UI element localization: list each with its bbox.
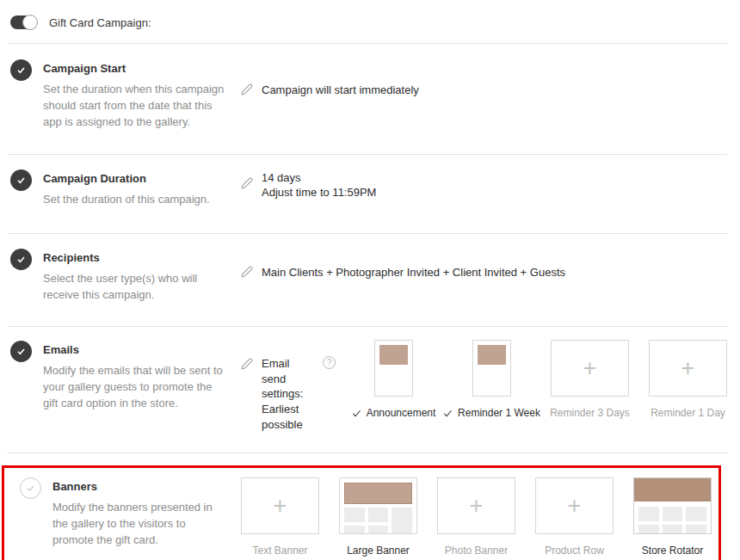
section-description: Modify the emails that will be sent to y…	[43, 363, 229, 412]
campaign-toggle-row: Gift Card Campaign:	[7, 0, 727, 43]
gift-card-campaign-toggle[interactable]	[10, 15, 37, 29]
add-banner-button[interactable]: +	[241, 477, 319, 534]
banner-large-banner: Large Banner	[339, 477, 417, 557]
section-title: Campaign Duration	[43, 169, 229, 185]
banner-label[interactable]: Store Rotator	[642, 545, 703, 557]
plus-icon: +	[583, 355, 597, 382]
email-template-reminder-1-day: + Reminder 1 Day	[649, 340, 727, 419]
email-template-label[interactable]: Announcement	[352, 407, 436, 419]
edit-pencil-icon[interactable]	[241, 265, 254, 278]
email-thumbnail[interactable]	[472, 340, 511, 397]
banner-label[interactable]: Product Row	[545, 545, 604, 557]
step-complete-icon	[10, 341, 32, 362]
section-campaign-start: Campaign Start Set the duration when thi…	[7, 44, 727, 154]
plus-icon: +	[568, 493, 582, 520]
campaign-toggle-label: Gift Card Campaign:	[49, 16, 151, 29]
section-emails: Emails Modify the emails that will be se…	[7, 327, 727, 452]
banner-photo-banner: + Photo Banner	[437, 477, 515, 557]
banner-label[interactable]: Text Banner	[252, 545, 307, 557]
section-title: Banners	[52, 477, 226, 493]
edit-pencil-icon[interactable]	[241, 176, 254, 189]
step-complete-icon	[10, 249, 32, 270]
banners-highlight-box: Banners Modify the banners presented in …	[2, 465, 721, 560]
email-template-announcement: Announcement	[355, 340, 433, 419]
recipients-value: Main Clients + Photographer Invited + Cl…	[262, 265, 565, 280]
plus-icon: +	[274, 493, 287, 520]
email-template-label[interactable]: Reminder 1 Week	[443, 407, 540, 419]
edit-pencil-icon[interactable]	[241, 83, 254, 95]
add-banner-button[interactable]: +	[535, 477, 614, 534]
check-icon	[352, 409, 361, 418]
banner-templates-row: + Text Banner Large Banner +	[241, 477, 712, 557]
edit-pencil-icon[interactable]	[241, 357, 254, 432]
section-title: Campaign Start	[43, 58, 229, 75]
banner-label[interactable]: Large Banner	[347, 545, 410, 557]
campaign-duration-adjust: Adjust time to 11:59PM	[262, 185, 376, 200]
section-description: Select the user type(s) who will receive…	[43, 271, 229, 304]
email-template-label[interactable]: Reminder 1 Day	[651, 407, 725, 419]
add-email-button[interactable]: +	[649, 340, 727, 397]
banner-label[interactable]: Photo Banner	[445, 545, 508, 557]
email-thumbnail[interactable]	[374, 340, 413, 397]
email-templates-row: Announcement Reminder 1 Week + Reminder …	[355, 340, 727, 419]
section-campaign-duration: Campaign Duration Set the duration of th…	[7, 155, 727, 234]
banner-text-banner: + Text Banner	[241, 477, 319, 557]
step-pending-icon	[20, 477, 41, 499]
banner-thumbnail[interactable]	[339, 477, 417, 534]
gift-card-campaign-settings: Gift Card Campaign: Campaign Start Set t…	[0, 0, 740, 560]
help-icon[interactable]: ?	[323, 356, 336, 369]
section-description: Set the duration when this campaign shou…	[43, 82, 229, 131]
banner-thumbnail[interactable]	[633, 477, 712, 534]
campaign-duration-value: 14 days	[262, 170, 376, 186]
email-template-reminder-1-week: Reminder 1 Week	[453, 340, 531, 419]
banner-product-row: + Product Row	[535, 477, 614, 557]
section-recipients: Recipients Select the user type(s) who w…	[7, 234, 727, 326]
divider	[7, 452, 727, 453]
add-email-button[interactable]: +	[551, 340, 629, 397]
section-banners: Banners Modify the banners presented in …	[16, 477, 712, 557]
add-banner-button[interactable]: +	[437, 477, 515, 534]
toggle-knob	[22, 15, 38, 30]
section-title: Recipients	[43, 248, 229, 264]
step-complete-icon	[10, 59, 32, 81]
email-template-label[interactable]: Reminder 3 Days	[550, 407, 630, 419]
step-complete-icon	[10, 169, 32, 191]
email-send-settings-value: Email send settings: Earliest possible	[262, 356, 315, 432]
section-description: Set the duration of this campaign.	[43, 192, 229, 208]
campaign-start-value: Campaign will start immediately	[262, 83, 419, 98]
plus-icon: +	[470, 493, 484, 520]
plus-icon: +	[681, 355, 695, 382]
check-icon	[443, 409, 453, 418]
section-title: Emails	[43, 340, 229, 356]
section-description: Modify the banners presented in the gall…	[52, 500, 226, 549]
banner-store-rotator: Store Rotator	[633, 477, 712, 557]
email-template-reminder-3-days: + Reminder 3 Days	[551, 340, 629, 419]
